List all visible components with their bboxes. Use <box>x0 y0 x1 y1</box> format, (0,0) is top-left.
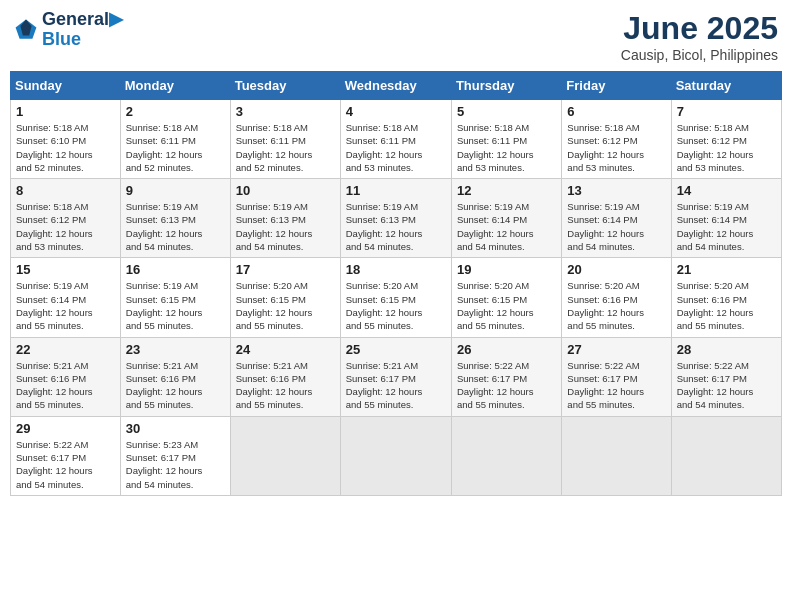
logo-icon <box>14 18 38 42</box>
day-info: Sunrise: 5:21 AM Sunset: 6:17 PM Dayligh… <box>346 359 446 412</box>
calendar: SundayMondayTuesdayWednesdayThursdayFrid… <box>10 71 782 496</box>
day-info: Sunrise: 5:19 AM Sunset: 6:13 PM Dayligh… <box>126 200 225 253</box>
calendar-cell: 2 Sunrise: 5:18 AM Sunset: 6:11 PM Dayli… <box>120 100 230 179</box>
day-info: Sunrise: 5:22 AM Sunset: 6:17 PM Dayligh… <box>457 359 556 412</box>
day-info: Sunrise: 5:19 AM Sunset: 6:14 PM Dayligh… <box>677 200 776 253</box>
calendar-cell: 20 Sunrise: 5:20 AM Sunset: 6:16 PM Dayl… <box>562 258 671 337</box>
calendar-cell: 24 Sunrise: 5:21 AM Sunset: 6:16 PM Dayl… <box>230 337 340 416</box>
day-info: Sunrise: 5:22 AM Sunset: 6:17 PM Dayligh… <box>677 359 776 412</box>
header: General▶ Blue June 2025 Causip, Bicol, P… <box>10 10 782 63</box>
month-title: June 2025 <box>621 10 778 47</box>
calendar-week-1: 8 Sunrise: 5:18 AM Sunset: 6:12 PM Dayli… <box>11 179 782 258</box>
calendar-cell: 1 Sunrise: 5:18 AM Sunset: 6:10 PM Dayli… <box>11 100 121 179</box>
calendar-cell: 12 Sunrise: 5:19 AM Sunset: 6:14 PM Dayl… <box>451 179 561 258</box>
day-number: 27 <box>567 342 665 357</box>
calendar-cell: 8 Sunrise: 5:18 AM Sunset: 6:12 PM Dayli… <box>11 179 121 258</box>
day-number: 14 <box>677 183 776 198</box>
calendar-cell: 21 Sunrise: 5:20 AM Sunset: 6:16 PM Dayl… <box>671 258 781 337</box>
calendar-cell: 22 Sunrise: 5:21 AM Sunset: 6:16 PM Dayl… <box>11 337 121 416</box>
day-header-sunday: Sunday <box>11 72 121 100</box>
day-header-thursday: Thursday <box>451 72 561 100</box>
calendar-cell <box>671 416 781 495</box>
calendar-week-0: 1 Sunrise: 5:18 AM Sunset: 6:10 PM Dayli… <box>11 100 782 179</box>
calendar-week-3: 22 Sunrise: 5:21 AM Sunset: 6:16 PM Dayl… <box>11 337 782 416</box>
day-info: Sunrise: 5:19 AM Sunset: 6:14 PM Dayligh… <box>457 200 556 253</box>
day-number: 10 <box>236 183 335 198</box>
day-info: Sunrise: 5:20 AM Sunset: 6:16 PM Dayligh… <box>677 279 776 332</box>
calendar-cell: 6 Sunrise: 5:18 AM Sunset: 6:12 PM Dayli… <box>562 100 671 179</box>
day-number: 2 <box>126 104 225 119</box>
day-number: 12 <box>457 183 556 198</box>
calendar-week-4: 29 Sunrise: 5:22 AM Sunset: 6:17 PM Dayl… <box>11 416 782 495</box>
day-info: Sunrise: 5:18 AM Sunset: 6:11 PM Dayligh… <box>346 121 446 174</box>
calendar-cell <box>562 416 671 495</box>
calendar-cell: 27 Sunrise: 5:22 AM Sunset: 6:17 PM Dayl… <box>562 337 671 416</box>
day-number: 28 <box>677 342 776 357</box>
day-number: 8 <box>16 183 115 198</box>
day-number: 6 <box>567 104 665 119</box>
day-info: Sunrise: 5:20 AM Sunset: 6:16 PM Dayligh… <box>567 279 665 332</box>
day-info: Sunrise: 5:20 AM Sunset: 6:15 PM Dayligh… <box>457 279 556 332</box>
day-info: Sunrise: 5:18 AM Sunset: 6:11 PM Dayligh… <box>236 121 335 174</box>
day-info: Sunrise: 5:18 AM Sunset: 6:12 PM Dayligh… <box>16 200 115 253</box>
day-number: 23 <box>126 342 225 357</box>
day-info: Sunrise: 5:21 AM Sunset: 6:16 PM Dayligh… <box>16 359 115 412</box>
calendar-cell: 17 Sunrise: 5:20 AM Sunset: 6:15 PM Dayl… <box>230 258 340 337</box>
calendar-cell: 23 Sunrise: 5:21 AM Sunset: 6:16 PM Dayl… <box>120 337 230 416</box>
calendar-cell: 29 Sunrise: 5:22 AM Sunset: 6:17 PM Dayl… <box>11 416 121 495</box>
day-header-wednesday: Wednesday <box>340 72 451 100</box>
day-number: 29 <box>16 421 115 436</box>
day-number: 1 <box>16 104 115 119</box>
calendar-cell: 3 Sunrise: 5:18 AM Sunset: 6:11 PM Dayli… <box>230 100 340 179</box>
day-info: Sunrise: 5:20 AM Sunset: 6:15 PM Dayligh… <box>236 279 335 332</box>
day-number: 9 <box>126 183 225 198</box>
day-number: 20 <box>567 262 665 277</box>
calendar-cell: 5 Sunrise: 5:18 AM Sunset: 6:11 PM Dayli… <box>451 100 561 179</box>
day-number: 19 <box>457 262 556 277</box>
day-number: 22 <box>16 342 115 357</box>
day-number: 5 <box>457 104 556 119</box>
subtitle: Causip, Bicol, Philippines <box>621 47 778 63</box>
day-info: Sunrise: 5:18 AM Sunset: 6:12 PM Dayligh… <box>567 121 665 174</box>
day-header-monday: Monday <box>120 72 230 100</box>
day-header-saturday: Saturday <box>671 72 781 100</box>
calendar-header-row: SundayMondayTuesdayWednesdayThursdayFrid… <box>11 72 782 100</box>
day-info: Sunrise: 5:22 AM Sunset: 6:17 PM Dayligh… <box>567 359 665 412</box>
calendar-cell: 14 Sunrise: 5:19 AM Sunset: 6:14 PM Dayl… <box>671 179 781 258</box>
day-info: Sunrise: 5:20 AM Sunset: 6:15 PM Dayligh… <box>346 279 446 332</box>
calendar-cell: 10 Sunrise: 5:19 AM Sunset: 6:13 PM Dayl… <box>230 179 340 258</box>
calendar-cell: 28 Sunrise: 5:22 AM Sunset: 6:17 PM Dayl… <box>671 337 781 416</box>
day-number: 26 <box>457 342 556 357</box>
logo-text: General▶ Blue <box>42 10 123 50</box>
day-number: 17 <box>236 262 335 277</box>
day-number: 4 <box>346 104 446 119</box>
calendar-cell: 16 Sunrise: 5:19 AM Sunset: 6:15 PM Dayl… <box>120 258 230 337</box>
day-number: 30 <box>126 421 225 436</box>
day-info: Sunrise: 5:19 AM Sunset: 6:13 PM Dayligh… <box>346 200 446 253</box>
calendar-cell: 9 Sunrise: 5:19 AM Sunset: 6:13 PM Dayli… <box>120 179 230 258</box>
day-number: 16 <box>126 262 225 277</box>
day-header-tuesday: Tuesday <box>230 72 340 100</box>
day-info: Sunrise: 5:18 AM Sunset: 6:12 PM Dayligh… <box>677 121 776 174</box>
day-info: Sunrise: 5:19 AM Sunset: 6:13 PM Dayligh… <box>236 200 335 253</box>
day-info: Sunrise: 5:23 AM Sunset: 6:17 PM Dayligh… <box>126 438 225 491</box>
day-info: Sunrise: 5:18 AM Sunset: 6:11 PM Dayligh… <box>457 121 556 174</box>
calendar-cell: 13 Sunrise: 5:19 AM Sunset: 6:14 PM Dayl… <box>562 179 671 258</box>
calendar-cell <box>230 416 340 495</box>
day-number: 11 <box>346 183 446 198</box>
day-info: Sunrise: 5:22 AM Sunset: 6:17 PM Dayligh… <box>16 438 115 491</box>
calendar-week-2: 15 Sunrise: 5:19 AM Sunset: 6:14 PM Dayl… <box>11 258 782 337</box>
day-info: Sunrise: 5:21 AM Sunset: 6:16 PM Dayligh… <box>126 359 225 412</box>
calendar-cell <box>340 416 451 495</box>
day-number: 18 <box>346 262 446 277</box>
calendar-cell: 4 Sunrise: 5:18 AM Sunset: 6:11 PM Dayli… <box>340 100 451 179</box>
calendar-cell: 18 Sunrise: 5:20 AM Sunset: 6:15 PM Dayl… <box>340 258 451 337</box>
day-number: 25 <box>346 342 446 357</box>
calendar-cell: 25 Sunrise: 5:21 AM Sunset: 6:17 PM Dayl… <box>340 337 451 416</box>
day-number: 7 <box>677 104 776 119</box>
calendar-cell: 11 Sunrise: 5:19 AM Sunset: 6:13 PM Dayl… <box>340 179 451 258</box>
title-area: June 2025 Causip, Bicol, Philippines <box>621 10 778 63</box>
day-info: Sunrise: 5:19 AM Sunset: 6:15 PM Dayligh… <box>126 279 225 332</box>
logo: General▶ Blue <box>14 10 123 50</box>
day-info: Sunrise: 5:18 AM Sunset: 6:10 PM Dayligh… <box>16 121 115 174</box>
